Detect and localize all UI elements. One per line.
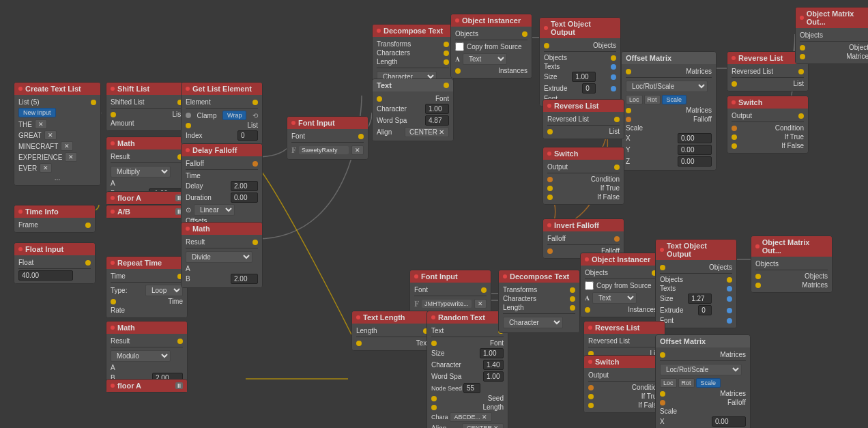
dot: [755, 244, 760, 248]
remove-minecraft[interactable]: ✕: [61, 141, 73, 151]
align-value[interactable]: CENTER ✕: [462, 423, 504, 428]
loc-button-2[interactable]: Loc: [660, 378, 677, 388]
item-minecraft: MINECRAFT: [18, 143, 58, 150]
text-type-select-2[interactable]: Text: [592, 292, 637, 304]
type-select[interactable]: Loop: [145, 285, 183, 296]
close-icon[interactable]: ✕: [493, 425, 499, 428]
list-socket-out: [91, 100, 96, 105]
text-1-header: Text: [373, 79, 453, 91]
matrices-socket-2: [755, 283, 761, 288]
float-value[interactable]: [18, 270, 73, 281]
delay-value[interactable]: [231, 181, 258, 191]
output-label-3: Output: [588, 371, 609, 379]
chara-value[interactable]: ABCDE... ✕: [450, 412, 493, 422]
remove-experience[interactable]: ✕: [65, 152, 77, 162]
wrap-button[interactable]: Wrap: [222, 111, 246, 120]
close-icon[interactable]: ✕: [482, 414, 487, 420]
get-list-element-header: Get List Element: [182, 83, 262, 95]
size-label: Size: [431, 349, 444, 357]
index-value[interactable]: [237, 130, 258, 141]
index-label: Index: [186, 132, 202, 139]
rot-button-2[interactable]: Rot: [678, 378, 695, 388]
character-value[interactable]: [483, 360, 504, 370]
length-socket: [431, 405, 437, 410]
rot-button[interactable]: Rot: [644, 95, 661, 104]
size-value[interactable]: [572, 72, 596, 82]
loc-rot-scale-select-2[interactable]: Loc/Rot/Scale: [660, 364, 742, 375]
output-label: Output: [732, 112, 752, 119]
font-icon: 𝐅: [414, 299, 419, 309]
shift-list-header: Shift List: [106, 83, 187, 95]
duration-value[interactable]: [231, 192, 258, 203]
z-value[interactable]: [678, 156, 712, 167]
size-value-2[interactable]: [688, 294, 712, 304]
falloff-socket-2: [660, 400, 665, 405]
divide-select[interactable]: Divide: [186, 251, 252, 263]
copy-from-source-check[interactable]: [455, 42, 464, 51]
scale-button-2[interactable]: Scale: [696, 378, 721, 388]
floor-a-2-badge: II: [175, 382, 183, 389]
word-spa-value[interactable]: [425, 115, 449, 126]
text-object-output-2-node: Text Object Output Objects Objects Texts…: [655, 239, 737, 328]
node-seed-value[interactable]: [463, 383, 480, 393]
length-label: Length: [503, 304, 524, 311]
falloff-label: Falloff: [693, 115, 712, 123]
decompose-type-select[interactable]: Character: [503, 317, 563, 328]
math-operation-select[interactable]: Multiply: [111, 166, 171, 177]
floor-a-2-title: floor A: [117, 382, 141, 390]
reverse-list-1-title: Reverse List: [738, 54, 783, 62]
font-label: Font: [490, 339, 504, 347]
falloff-type-select[interactable]: Linear: [194, 204, 235, 216]
objects-out-socket-2: [727, 277, 732, 283]
x-value-2[interactable]: [712, 416, 746, 427]
loc-rot-scale-select[interactable]: Loc/Rot/Scale: [626, 81, 708, 92]
size-value[interactable]: [480, 348, 504, 358]
time-info-header: Time Info: [14, 205, 95, 218]
clear-font-2-button[interactable]: ✕: [474, 299, 487, 309]
result-label: Result: [111, 153, 130, 160]
remove-the[interactable]: ✕: [35, 119, 47, 129]
if-true-label: If True: [601, 184, 620, 192]
extrude-value[interactable]: [582, 83, 596, 94]
delay-label: Delay: [186, 182, 203, 190]
clear-font-button[interactable]: ✕: [351, 145, 364, 155]
length-label: Length: [377, 58, 398, 66]
dot: [732, 100, 736, 104]
align-value[interactable]: CENTER ✕: [405, 127, 449, 137]
falloff-out-socket: [614, 236, 620, 242]
loc-button[interactable]: Loc: [626, 95, 643, 104]
font-out-label: Font: [291, 132, 305, 140]
copy-from-source-check-2[interactable]: [585, 281, 594, 290]
invert-falloff-title: Invert Falloff: [554, 221, 599, 229]
new-input-button[interactable]: New Input: [18, 108, 56, 117]
remove-ever[interactable]: ✕: [40, 163, 52, 173]
b-value[interactable]: [231, 274, 258, 284]
delay-falloff-node: Delay Falloff Falloff Time Delay Duratio…: [181, 143, 263, 229]
word-spa-value[interactable]: [483, 371, 504, 382]
object-matrix-out-1-header: Object Matrix Out...: [796, 8, 868, 28]
font-name: SweetyRasty: [299, 146, 349, 154]
matrices-label-2: Matrices: [802, 281, 828, 289]
x-value[interactable]: [678, 133, 712, 143]
b-label: B: [186, 275, 190, 283]
delay-falloff-header: Delay Falloff: [182, 144, 262, 156]
character-value[interactable]: [425, 104, 449, 114]
offset-matrix-1-header: Offset Matrix: [622, 52, 716, 64]
characters-socket: [570, 296, 575, 302]
extrude-value-2[interactable]: [698, 305, 712, 315]
decompose-text-2-title: Decompose Text: [510, 272, 569, 281]
close-icon[interactable]: ✕: [439, 128, 444, 136]
matrices-label: Matrices: [846, 53, 868, 60]
text-object-output-1-title: Text Object Output: [551, 20, 616, 36]
object-matrix-out-2-node: Object Matrix Out... Objects Objects Mat…: [751, 236, 833, 293]
floor-a-1-title: floor A: [117, 194, 141, 202]
remove-great[interactable]: ✕: [44, 130, 57, 140]
y-value[interactable]: [678, 145, 712, 155]
modulo-select[interactable]: Modulo: [111, 350, 171, 362]
scale-button[interactable]: Scale: [662, 95, 687, 104]
floor-a-1-node: floor A II: [106, 191, 188, 205]
objects-in-label: Objects: [593, 42, 616, 49]
text-type-select[interactable]: Text: [463, 53, 507, 65]
math-divide-node: Math Result Divide A B: [181, 222, 263, 288]
instances-socket: [585, 307, 590, 313]
